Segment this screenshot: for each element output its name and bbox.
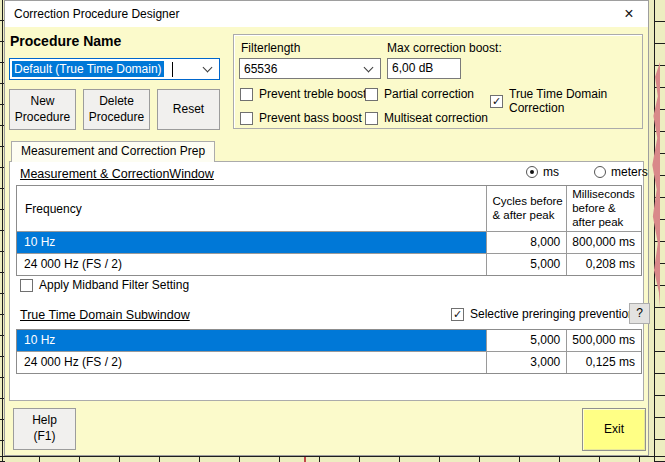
checkbox-label: Partial correction <box>384 87 474 101</box>
procedure-name-combobox[interactable]: Default (True Time Domain) <box>9 58 220 80</box>
background-marker <box>304 457 306 462</box>
close-icon[interactable]: × <box>617 3 641 25</box>
text-caret <box>172 62 173 77</box>
filterlength-value: 65536 <box>244 61 277 77</box>
cycles-cell[interactable]: 5,000 <box>486 254 566 275</box>
table-row[interactable]: 24 000 Hz (FS / 2) 3,000 0,125 ms <box>17 351 641 373</box>
tab-measurement-and-correction-prep[interactable]: Measurement and Correction Prep <box>11 141 215 162</box>
measurement-correction-window-title: Measurement & CorrectionWindow <box>20 167 214 181</box>
radio-label: ms <box>543 165 559 179</box>
checkbox-label: Multiseat correction <box>384 111 488 125</box>
multiseat-correction-checkbox[interactable]: Multiseat correction <box>365 111 488 125</box>
unit-ms-radio[interactable]: ms <box>526 165 559 179</box>
correction-procedure-designer-dialog: Correction Procedure Designer × Procedur… <box>4 0 649 456</box>
milliseconds-cell[interactable]: 800,000 ms <box>566 232 641 253</box>
title-bar[interactable]: Correction Procedure Designer × <box>5 1 648 27</box>
checkbox-label: True Time Domain Correction <box>509 87 642 115</box>
preringing-help-button[interactable]: ? <box>629 303 650 324</box>
cycles-cell[interactable]: 5,000 <box>486 330 566 351</box>
milliseconds-column-header: Milliseconds before & after peak <box>566 186 641 231</box>
background-ticks-bottom <box>0 457 665 462</box>
delete-procedure-button[interactable]: Delete Procedure <box>83 89 150 130</box>
chevron-down-icon[interactable] <box>203 63 213 73</box>
frequency-cell[interactable]: 24 000 Hz (FS / 2) <box>17 352 486 373</box>
checkbox-box[interactable] <box>240 88 253 101</box>
prevent-treble-boost-checkbox[interactable]: Prevent treble boost <box>240 87 366 101</box>
screen: Correction Procedure Designer × Procedur… <box>0 0 665 462</box>
subwindow-table: 10 Hz 5,000 500,000 ms 24 000 Hz (FS / 2… <box>16 329 642 374</box>
window-title: Correction Procedure Designer <box>14 7 179 21</box>
milliseconds-cell[interactable]: 500,000 ms <box>566 330 641 351</box>
check-icon[interactable]: ✓ <box>490 95 503 108</box>
radio-icon[interactable] <box>594 166 606 178</box>
table-header-row: Frequency Cycles before & after peak Mil… <box>17 186 641 231</box>
cycles-column-header: Cycles before & after peak <box>486 186 566 231</box>
apply-midband-filter-checkbox[interactable]: Apply Midband Filter Setting <box>20 278 189 292</box>
table-row[interactable]: 10 Hz 8,000 800,000 ms <box>17 231 641 253</box>
procedure-name-value: Default (True Time Domain) <box>12 61 164 77</box>
table-row[interactable]: 10 Hz 5,000 500,000 ms <box>17 330 641 351</box>
cycles-cell[interactable]: 8,000 <box>486 232 566 253</box>
check-icon[interactable]: ✓ <box>451 308 464 321</box>
checkbox-box[interactable] <box>365 112 378 125</box>
exit-button[interactable]: Exit <box>582 408 646 451</box>
new-procedure-button[interactable]: New Procedure <box>9 89 76 130</box>
procedure-name-label: Procedure Name <box>10 33 121 49</box>
checkbox-label: Prevent bass boost <box>259 111 362 125</box>
milliseconds-cell[interactable]: 0,125 ms <box>566 352 641 373</box>
measurement-prep-tab-page: Measurement & CorrectionWindow ms meters… <box>9 161 644 401</box>
radio-label: meters <box>611 165 648 179</box>
checkbox-label: Selective preringing prevention <box>470 307 635 321</box>
max-correction-boost-input[interactable]: 6,00 dB <box>387 58 461 79</box>
prevent-bass-boost-checkbox[interactable]: Prevent bass boost <box>240 111 362 125</box>
cycles-cell[interactable]: 3,000 <box>486 352 566 373</box>
chevron-down-icon[interactable] <box>364 62 374 72</box>
checkbox-box[interactable] <box>240 112 253 125</box>
filterlength-label: Filterlength <box>241 41 300 55</box>
measurement-window-table: Frequency Cycles before & after peak Mil… <box>16 185 642 276</box>
true-time-domain-correction-checkbox[interactable]: ✓ True Time Domain Correction <box>490 87 642 115</box>
checkbox-label: Prevent treble boost <box>259 87 366 101</box>
frequency-cell[interactable]: 24 000 Hz (FS / 2) <box>17 254 486 275</box>
selective-preringing-prevention-checkbox[interactable]: ✓ Selective preringing prevention <box>451 307 635 321</box>
frequency-cell[interactable]: 10 Hz <box>17 232 486 253</box>
correction-settings-group: Filterlength Max correction boost: 65536… <box>233 34 643 129</box>
table-row[interactable]: 24 000 Hz (FS / 2) 5,000 0,208 ms <box>17 253 641 275</box>
true-time-domain-subwindow-title: True Time Domain Subwindow <box>20 308 190 322</box>
checkbox-box[interactable] <box>20 279 33 292</box>
help-button[interactable]: Help (F1) <box>13 408 76 450</box>
frequency-cell[interactable]: 10 Hz <box>17 330 486 351</box>
checkbox-box[interactable] <box>365 88 378 101</box>
unit-meters-radio[interactable]: meters <box>594 165 648 179</box>
frequency-column-header: Frequency <box>17 186 486 231</box>
milliseconds-cell[interactable]: 0,208 ms <box>566 254 641 275</box>
reset-button[interactable]: Reset <box>157 89 220 130</box>
partial-correction-checkbox[interactable]: Partial correction <box>365 87 474 101</box>
max-correction-boost-label: Max correction boost: <box>387 41 502 55</box>
checkbox-label: Apply Midband Filter Setting <box>39 278 189 292</box>
radio-selected-icon[interactable] <box>526 166 538 178</box>
filterlength-combobox[interactable]: 65536 <box>239 58 381 79</box>
